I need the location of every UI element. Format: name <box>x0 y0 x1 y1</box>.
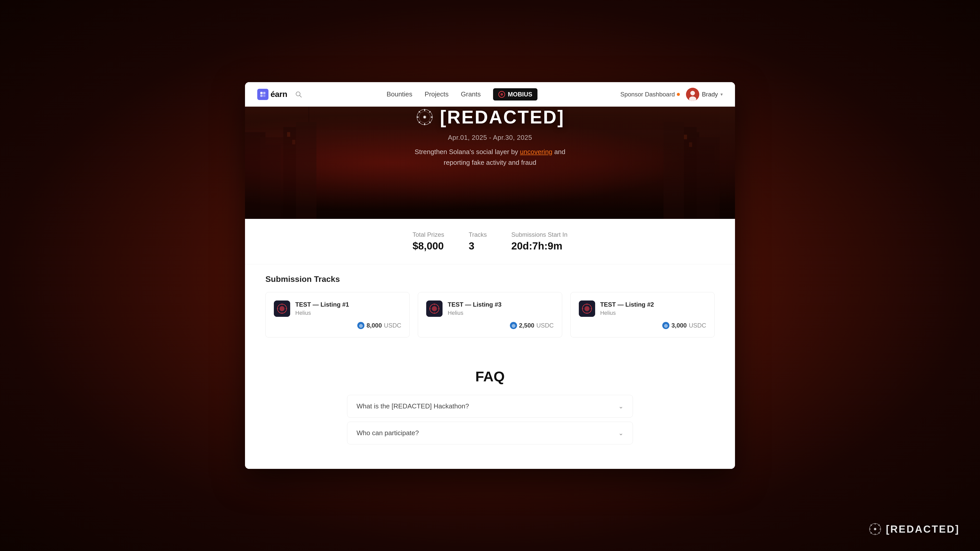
svg-point-36 <box>424 110 425 111</box>
hero-description-text: Strengthen Solana's social layer by <box>415 148 520 156</box>
svg-point-55 <box>432 306 437 311</box>
navbar-left: éarn <box>257 89 304 100</box>
watermark-icon <box>869 522 882 536</box>
track-card-2[interactable]: TEST — Listing #3 Helius ◎ 2,500 USDC <box>418 292 562 338</box>
svg-point-42 <box>429 111 430 113</box>
track-name-2: TEST — Listing #3 <box>448 301 554 308</box>
track-prize-1: ◎ 8,000 USDC <box>274 322 401 329</box>
hero-logo: [REDACTED] <box>245 106 735 127</box>
navbar: éarn Bounties Projects Grants MOBIUS <box>245 82 735 106</box>
track-prize-3: ◎ 3,000 USDC <box>579 322 706 329</box>
navbar-right: Sponsor Dashboard Brady ▾ <box>620 88 723 101</box>
track-name-3: TEST — Listing #2 <box>600 301 706 308</box>
track-amount-2: 2,500 <box>519 322 535 329</box>
track-logo-3 <box>579 300 595 317</box>
track-logo-1 <box>274 300 290 317</box>
track-card-3[interactable]: TEST — Listing #2 Helius ◎ 3,000 USDC <box>570 292 714 338</box>
faq-title: FAQ <box>347 368 633 385</box>
track-info-1: TEST — Listing #1 Helius <box>295 301 401 316</box>
hero-content: [REDACTED] Apr.01, 2025 - Apr.30, 2025 S… <box>245 106 735 168</box>
track-currency-3: USDC <box>689 322 706 329</box>
tracks-grid: TEST — Listing #1 Helius ◎ 8,000 USDC <box>266 292 714 338</box>
track-card-1[interactable]: TEST — Listing #1 Helius ◎ 8,000 USDC <box>266 292 410 338</box>
svg-rect-0 <box>260 92 262 94</box>
watermark-text: [REDACTED] <box>886 524 959 535</box>
track-name-1: TEST — Listing #1 <box>295 301 401 308</box>
mobius-label: MOBIUS <box>508 91 532 98</box>
sponsor-dashboard-button[interactable]: Sponsor Dashboard <box>620 91 680 98</box>
svg-point-40 <box>419 111 420 113</box>
svg-point-41 <box>429 122 430 123</box>
logo-text: éarn <box>270 89 287 99</box>
svg-point-37 <box>424 124 425 125</box>
track-info-3: TEST — Listing #2 Helius <box>600 301 706 316</box>
track-info-2: TEST — Listing #3 Helius <box>448 301 554 316</box>
avatar <box>686 88 699 101</box>
svg-point-45 <box>424 116 425 118</box>
faq-question-2: Who can participate? <box>356 429 419 437</box>
sponsor-dashboard-label: Sponsor Dashboard <box>620 91 675 98</box>
stat-tracks-value: 3 <box>469 240 487 252</box>
track-sponsor-3: Helius <box>600 310 706 316</box>
stat-tracks: Tracks 3 <box>469 231 487 252</box>
svg-point-7 <box>501 93 503 96</box>
nav-bounties[interactable]: Bounties <box>387 90 412 98</box>
track-header-2: TEST — Listing #3 Helius <box>426 300 554 317</box>
track-header-1: TEST — Listing #1 Helius <box>274 300 401 317</box>
mobius-badge[interactable]: MOBIUS <box>493 88 538 100</box>
faq-chevron-1: ⌄ <box>618 403 624 410</box>
svg-point-48 <box>280 306 285 311</box>
stat-total-prizes: Total Prizes $8,000 <box>412 231 444 252</box>
svg-point-62 <box>584 306 590 311</box>
navbar-center: Bounties Projects Grants MOBIUS <box>387 88 538 100</box>
stat-submissions-value: 20d:7h:9m <box>511 240 568 252</box>
nav-grants[interactable]: Grants <box>461 90 481 98</box>
track-logo-2 <box>426 300 442 317</box>
svg-rect-1 <box>263 92 266 94</box>
notification-dot <box>677 93 680 96</box>
user-name: Brady <box>702 91 718 98</box>
track-prize-2: ◎ 2,500 USDC <box>426 322 554 329</box>
logo[interactable]: éarn <box>257 89 287 100</box>
logo-icon <box>257 89 269 100</box>
tracks-section-title: Submission Tracks <box>266 275 714 284</box>
usdc-icon-2: ◎ <box>510 322 517 329</box>
svg-point-38 <box>417 117 418 118</box>
track-currency-2: USDC <box>536 322 554 329</box>
stat-submissions-label: Submissions Start In <box>511 231 568 238</box>
track-amount-1: 8,000 <box>366 322 382 329</box>
faq-section: FAQ What is the [REDACTED] Hackathon? ⌄ … <box>245 353 735 469</box>
svg-point-43 <box>419 122 420 123</box>
stat-total-prizes-value: $8,000 <box>412 240 444 252</box>
search-button[interactable] <box>293 89 304 100</box>
track-sponsor-1: Helius <box>295 310 401 316</box>
svg-point-39 <box>431 117 432 118</box>
stat-total-prizes-label: Total Prizes <box>412 231 444 238</box>
hero-section: [REDACTED] Apr.01, 2025 - Apr.30, 2025 S… <box>245 106 735 219</box>
stat-tracks-label: Tracks <box>469 231 487 238</box>
track-sponsor-2: Helius <box>448 310 554 316</box>
track-header-3: TEST — Listing #2 Helius <box>579 300 706 317</box>
hero-description: Strengthen Solana's social layer by unco… <box>245 147 735 168</box>
main-container: éarn Bounties Projects Grants MOBIUS <box>245 82 735 469</box>
svg-rect-3 <box>263 95 266 97</box>
hero-date: Apr.01, 2025 - Apr.30, 2025 <box>245 134 735 141</box>
hero-highlight: uncovering <box>520 148 552 156</box>
chevron-down-icon: ▾ <box>721 92 723 97</box>
faq-question-1: What is the [REDACTED] Hackathon? <box>356 402 469 410</box>
bottom-watermark: [REDACTED] <box>869 522 959 536</box>
user-menu-button[interactable]: Brady ▾ <box>686 88 723 101</box>
usdc-icon-3: ◎ <box>662 322 670 329</box>
faq-item-1[interactable]: What is the [REDACTED] Hackathon? ⌄ <box>347 395 633 418</box>
redacted-icon <box>415 108 434 126</box>
usdc-icon-1: ◎ <box>357 322 364 329</box>
svg-point-77 <box>875 529 876 530</box>
stat-submissions: Submissions Start In 20d:7h:9m <box>511 231 568 252</box>
track-amount-3: 3,000 <box>671 322 687 329</box>
nav-projects[interactable]: Projects <box>425 90 449 98</box>
stats-bar: Total Prizes $8,000 Tracks 3 Submissions… <box>245 219 735 264</box>
faq-chevron-2: ⌄ <box>618 430 624 437</box>
svg-line-5 <box>300 95 301 97</box>
svg-rect-2 <box>260 95 262 97</box>
faq-item-2[interactable]: Who can participate? ⌄ <box>347 422 633 445</box>
